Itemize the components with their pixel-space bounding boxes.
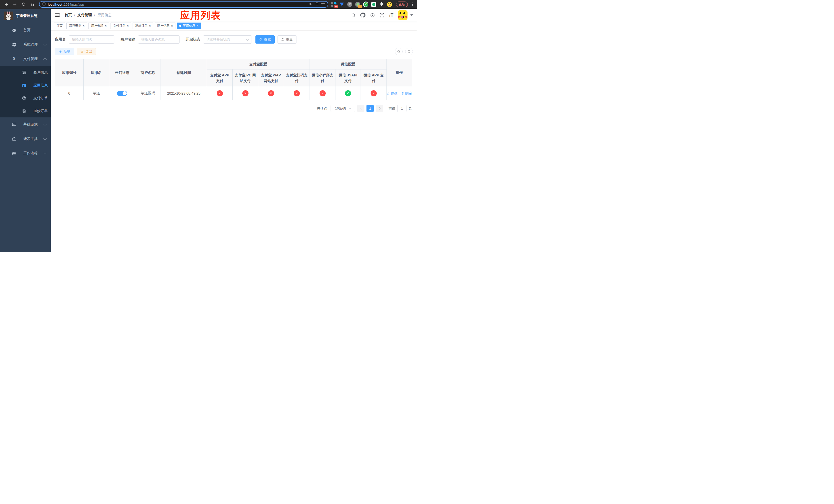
extension-y-icon[interactable]: Y xyxy=(363,2,368,7)
page-number-1[interactable]: 1 xyxy=(367,105,374,112)
sidebar-item-workflow[interactable]: 工作流程 xyxy=(0,146,51,160)
sidebar-item-refund-order[interactable]: 退款订单 xyxy=(0,105,51,117)
merchant-name-input[interactable] xyxy=(138,36,179,44)
font-size-icon[interactable]: TT xyxy=(389,13,393,18)
reset-button[interactable]: 重置 xyxy=(277,36,297,44)
extensions-puzzle-icon[interactable] xyxy=(379,2,384,7)
search-button[interactable]: 搜索 xyxy=(256,36,275,44)
help-icon[interactable] xyxy=(370,13,375,18)
tab-label: 流程表单 xyxy=(69,24,81,28)
filter-form: 应用名 商户名称 开启状态 请选择开启状态 搜索 重置 xyxy=(55,36,413,44)
refresh-button[interactable] xyxy=(405,48,413,55)
tab-close-icon[interactable] xyxy=(171,24,173,27)
edit-link[interactable]: 修改 xyxy=(387,91,397,96)
user-avatar[interactable] xyxy=(398,10,408,20)
browser-home-icon[interactable] xyxy=(29,1,36,8)
extension-badge-1: 1 xyxy=(358,5,362,8)
tab-home[interactable]: 首页 xyxy=(54,23,65,29)
extension-chat-icon[interactable] xyxy=(371,2,376,7)
tab-close-icon[interactable] xyxy=(127,24,129,27)
status-toggle[interactable] xyxy=(117,91,127,96)
sidebar-toggle-icon[interactable] xyxy=(55,12,61,18)
sidebar-item-label: 首页 xyxy=(23,28,30,32)
tab-merchant-info[interactable]: 商户信息 xyxy=(155,23,175,29)
prev-page-button[interactable] xyxy=(357,105,365,112)
tab-close-icon[interactable] xyxy=(105,24,107,27)
add-button[interactable]: 新增 xyxy=(55,48,74,55)
tab-label: 用户分组 xyxy=(91,24,103,28)
col-header-app-id: 应用编号 xyxy=(55,59,84,86)
breadcrumb-separator: / xyxy=(74,13,75,17)
col-header-wechat-mini: 微信小程序支付 xyxy=(310,69,335,86)
tab-label: 应用信息 xyxy=(183,24,195,28)
breadcrumb-current: 应用信息 xyxy=(97,13,112,18)
toggle-search-button[interactable] xyxy=(395,48,403,55)
search-icon[interactable] xyxy=(351,13,356,18)
cell-merchant: 芋道源码 xyxy=(135,86,161,100)
col-header-actions: 操作 xyxy=(387,59,412,86)
url-path: :1024/pay/app xyxy=(63,3,84,6)
sidebar-item-devtools[interactable]: 研发工具 xyxy=(0,132,51,146)
sidebar-item-label: 系统管理 xyxy=(23,42,38,47)
share-icon[interactable] xyxy=(315,2,319,7)
user-menu-caret-icon[interactable] xyxy=(410,14,413,16)
documents-icon xyxy=(22,109,26,113)
sidebar-item-payment[interactable]: ¥ 支付管理 xyxy=(0,52,51,66)
tab-close-icon[interactable] xyxy=(149,24,151,27)
merchant-name-label: 商户名称 xyxy=(120,37,135,42)
cell-status xyxy=(109,86,135,100)
chevron-down-icon xyxy=(246,38,249,41)
sidebar-item-label: 基础设施 xyxy=(23,122,38,127)
url-bar[interactable]: localhost :1024/pay/app xyxy=(39,1,328,8)
extension-command-icon[interactable]: ⌘ xyxy=(347,2,352,7)
site-info-icon[interactable] xyxy=(42,2,46,7)
tab-close-icon[interactable] xyxy=(83,24,85,27)
sidebar-item-merchant-info[interactable]: 商户信息 xyxy=(0,66,51,79)
status-label: 开启状态 xyxy=(186,37,200,42)
cell-app-name: 芋道 xyxy=(84,86,109,100)
github-icon[interactable] xyxy=(360,13,366,18)
table-row: 6 芋道 芋道源码 2021-10-23 08:49:25 × × × × × xyxy=(55,86,412,100)
chevron-down-icon xyxy=(43,43,47,46)
fullscreen-icon[interactable] xyxy=(379,13,385,18)
toolbox-icon xyxy=(12,151,16,156)
browser-reload-icon[interactable] xyxy=(20,1,27,8)
page-size-select[interactable]: 10条/页 xyxy=(331,105,355,112)
sidebar-logo[interactable]: 芋道管理系统 xyxy=(0,9,51,23)
tab-pay-order[interactable]: 支付订单 xyxy=(111,23,131,29)
browser-menu-icon[interactable] xyxy=(411,3,414,6)
chevron-down-icon xyxy=(349,107,351,110)
sidebar-item-pay-order[interactable]: 支付订单 xyxy=(0,92,51,105)
annotation-title: 应用列表 xyxy=(180,10,221,21)
extension-gem-icon[interactable] xyxy=(339,2,345,7)
export-button[interactable]: 导出 xyxy=(77,48,96,55)
extension-proxy-icon[interactable]: 1 xyxy=(355,2,360,7)
status-fail-icon: × xyxy=(371,90,377,96)
goto-page-input[interactable] xyxy=(397,105,407,112)
tab-close-icon[interactable] xyxy=(197,24,198,27)
breadcrumb-payment[interactable]: 支付管理 xyxy=(78,13,92,18)
cell-wechat-mini: × xyxy=(310,86,335,100)
sidebar-item-system[interactable]: 系统管理 xyxy=(0,38,51,52)
next-page-button[interactable] xyxy=(376,105,383,112)
sidebar-item-infra[interactable]: 基础设施 xyxy=(0,117,51,132)
sidebar-item-home[interactable]: 首页 xyxy=(0,23,51,38)
password-key-icon[interactable] xyxy=(309,2,313,7)
browser-forward-icon[interactable] xyxy=(11,1,19,8)
delete-link[interactable]: 删除 xyxy=(401,91,412,96)
breadcrumb-home[interactable]: 首页 xyxy=(65,13,72,18)
status-select[interactable]: 请选择开启状态 xyxy=(203,36,252,44)
tab-user-group[interactable]: 用户分组 xyxy=(88,23,109,29)
app-name-input[interactable] xyxy=(69,36,114,44)
tab-process-form[interactable]: 流程表单 xyxy=(66,23,87,29)
browser-back-icon[interactable] xyxy=(3,1,10,8)
cell-alipay-pc: × xyxy=(233,86,258,100)
tab-app-info[interactable]: 应用信息 xyxy=(177,23,201,29)
sidebar-item-app-info[interactable]: 应用信息 xyxy=(0,79,51,92)
extension-sketch-icon[interactable]: 10 xyxy=(331,2,336,7)
browser-update-button[interactable]: 更新 xyxy=(396,2,408,7)
tab-refund-order[interactable]: 退款订单 xyxy=(133,23,153,29)
profile-avatar-icon[interactable] xyxy=(387,2,392,7)
sidebar-item-label: 退款订单 xyxy=(33,109,48,113)
bookmark-star-icon[interactable] xyxy=(321,2,325,7)
